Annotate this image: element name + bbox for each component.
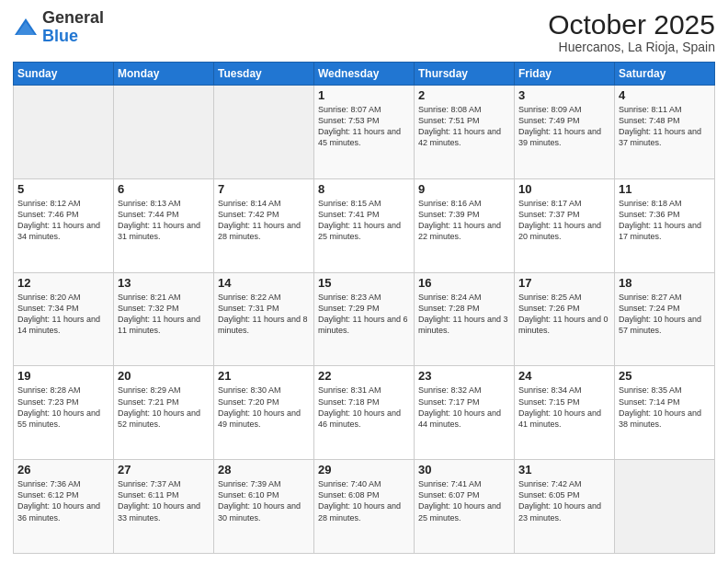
- calendar-cell: 12Sunrise: 8:20 AM Sunset: 7:34 PM Dayli…: [14, 272, 114, 366]
- title-block: October 2025 Huercanos, La Rioja, Spain: [548, 9, 715, 54]
- day-number: 18: [619, 276, 711, 290]
- day-number: 12: [17, 276, 109, 290]
- logo: General Blue: [13, 9, 104, 46]
- col-wednesday: Wednesday: [314, 63, 415, 86]
- day-info: Sunrise: 8:30 AM Sunset: 7:20 PM Dayligh…: [218, 385, 310, 430]
- day-number: 31: [518, 463, 610, 477]
- day-info: Sunrise: 8:11 AM Sunset: 7:48 PM Dayligh…: [619, 104, 711, 149]
- day-number: 19: [17, 369, 109, 383]
- day-info: Sunrise: 8:28 AM Sunset: 7:23 PM Dayligh…: [17, 385, 109, 430]
- calendar-cell: 2Sunrise: 8:08 AM Sunset: 7:51 PM Daylig…: [415, 86, 515, 179]
- day-info: Sunrise: 7:39 AM Sunset: 6:10 PM Dayligh…: [218, 478, 310, 523]
- day-info: Sunrise: 8:23 AM Sunset: 7:29 PM Dayligh…: [318, 292, 410, 337]
- calendar-cell: [214, 86, 314, 179]
- col-tuesday: Tuesday: [214, 63, 314, 86]
- calendar-cell: 7Sunrise: 8:14 AM Sunset: 7:42 PM Daylig…: [214, 178, 314, 272]
- calendar-cell: 5Sunrise: 8:12 AM Sunset: 7:46 PM Daylig…: [14, 178, 114, 272]
- calendar-cell: [615, 460, 715, 554]
- day-number: 11: [619, 182, 711, 196]
- logo-general: General: [42, 9, 104, 28]
- day-info: Sunrise: 8:21 AM Sunset: 7:32 PM Dayligh…: [118, 292, 210, 337]
- day-info: Sunrise: 8:17 AM Sunset: 7:37 PM Dayligh…: [518, 198, 610, 243]
- calendar-cell: 18Sunrise: 8:27 AM Sunset: 7:24 PM Dayli…: [615, 272, 715, 366]
- day-info: Sunrise: 8:34 AM Sunset: 7:15 PM Dayligh…: [518, 385, 610, 430]
- day-info: Sunrise: 8:16 AM Sunset: 7:39 PM Dayligh…: [418, 198, 510, 243]
- day-info: Sunrise: 8:12 AM Sunset: 7:46 PM Dayligh…: [17, 198, 109, 243]
- calendar-cell: 19Sunrise: 8:28 AM Sunset: 7:23 PM Dayli…: [14, 366, 114, 460]
- day-number: 25: [619, 369, 711, 383]
- day-info: Sunrise: 8:25 AM Sunset: 7:26 PM Dayligh…: [518, 292, 610, 337]
- logo-blue: Blue: [42, 28, 104, 46]
- calendar-cell: 1Sunrise: 8:07 AM Sunset: 7:53 PM Daylig…: [314, 86, 415, 179]
- day-number: 27: [118, 463, 210, 477]
- day-number: 17: [518, 276, 610, 290]
- day-info: Sunrise: 8:35 AM Sunset: 7:14 PM Dayligh…: [619, 385, 711, 430]
- day-number: 24: [518, 369, 610, 383]
- day-info: Sunrise: 8:09 AM Sunset: 7:49 PM Dayligh…: [518, 104, 610, 149]
- day-number: 20: [118, 369, 210, 383]
- day-info: Sunrise: 8:20 AM Sunset: 7:34 PM Dayligh…: [17, 292, 109, 337]
- day-info: Sunrise: 8:24 AM Sunset: 7:28 PM Dayligh…: [418, 292, 510, 337]
- day-number: 14: [218, 276, 310, 290]
- day-number: 13: [118, 276, 210, 290]
- calendar-cell: 6Sunrise: 8:13 AM Sunset: 7:44 PM Daylig…: [114, 178, 214, 272]
- calendar-cell: 23Sunrise: 8:32 AM Sunset: 7:17 PM Dayli…: [415, 366, 515, 460]
- header: General Blue October 2025 Huercanos, La …: [13, 9, 715, 54]
- calendar-cell: 8Sunrise: 8:15 AM Sunset: 7:41 PM Daylig…: [314, 178, 415, 272]
- week-row-1: 5Sunrise: 8:12 AM Sunset: 7:46 PM Daylig…: [14, 178, 715, 272]
- day-number: 22: [318, 369, 410, 383]
- day-number: 2: [418, 88, 510, 102]
- calendar-title: October 2025: [548, 9, 715, 40]
- week-row-4: 26Sunrise: 7:36 AM Sunset: 6:12 PM Dayli…: [14, 460, 715, 554]
- calendar-cell: 22Sunrise: 8:31 AM Sunset: 7:18 PM Dayli…: [314, 366, 415, 460]
- col-thursday: Thursday: [415, 63, 515, 86]
- day-number: 30: [418, 463, 510, 477]
- header-row: Sunday Monday Tuesday Wednesday Thursday…: [14, 63, 715, 86]
- day-number: 21: [218, 369, 310, 383]
- day-number: 7: [218, 182, 310, 196]
- day-number: 16: [418, 276, 510, 290]
- day-info: Sunrise: 8:32 AM Sunset: 7:17 PM Dayligh…: [418, 385, 510, 430]
- day-info: Sunrise: 8:29 AM Sunset: 7:21 PM Dayligh…: [118, 385, 210, 430]
- calendar-cell: 25Sunrise: 8:35 AM Sunset: 7:14 PM Dayli…: [615, 366, 715, 460]
- calendar-cell: 21Sunrise: 8:30 AM Sunset: 7:20 PM Dayli…: [214, 366, 314, 460]
- calendar-cell: 31Sunrise: 7:42 AM Sunset: 6:05 PM Dayli…: [515, 460, 615, 554]
- day-info: Sunrise: 8:14 AM Sunset: 7:42 PM Dayligh…: [218, 198, 310, 243]
- calendar-subtitle: Huercanos, La Rioja, Spain: [548, 40, 715, 54]
- calendar-cell: [114, 86, 214, 179]
- week-row-3: 19Sunrise: 8:28 AM Sunset: 7:23 PM Dayli…: [14, 366, 715, 460]
- day-number: 6: [118, 182, 210, 196]
- day-info: Sunrise: 7:37 AM Sunset: 6:11 PM Dayligh…: [118, 478, 210, 523]
- calendar-cell: 15Sunrise: 8:23 AM Sunset: 7:29 PM Dayli…: [314, 272, 415, 366]
- day-number: 15: [318, 276, 410, 290]
- day-number: 26: [17, 463, 109, 477]
- day-number: 29: [318, 463, 410, 477]
- col-friday: Friday: [515, 63, 615, 86]
- col-monday: Monday: [114, 63, 214, 86]
- day-info: Sunrise: 8:18 AM Sunset: 7:36 PM Dayligh…: [619, 198, 711, 243]
- day-info: Sunrise: 7:42 AM Sunset: 6:05 PM Dayligh…: [518, 478, 610, 523]
- calendar-cell: 14Sunrise: 8:22 AM Sunset: 7:31 PM Dayli…: [214, 272, 314, 366]
- calendar-cell: 9Sunrise: 8:16 AM Sunset: 7:39 PM Daylig…: [415, 178, 515, 272]
- calendar-header: Sunday Monday Tuesday Wednesday Thursday…: [14, 63, 715, 86]
- calendar-cell: 29Sunrise: 7:40 AM Sunset: 6:08 PM Dayli…: [314, 460, 415, 554]
- calendar-cell: 10Sunrise: 8:17 AM Sunset: 7:37 PM Dayli…: [515, 178, 615, 272]
- week-row-2: 12Sunrise: 8:20 AM Sunset: 7:34 PM Dayli…: [14, 272, 715, 366]
- calendar-body: 1Sunrise: 8:07 AM Sunset: 7:53 PM Daylig…: [14, 86, 715, 554]
- day-info: Sunrise: 8:13 AM Sunset: 7:44 PM Dayligh…: [118, 198, 210, 243]
- calendar-cell: 16Sunrise: 8:24 AM Sunset: 7:28 PM Dayli…: [415, 272, 515, 366]
- day-info: Sunrise: 7:40 AM Sunset: 6:08 PM Dayligh…: [318, 478, 410, 523]
- day-info: Sunrise: 8:31 AM Sunset: 7:18 PM Dayligh…: [318, 385, 410, 430]
- day-info: Sunrise: 8:27 AM Sunset: 7:24 PM Dayligh…: [619, 292, 711, 337]
- calendar-cell: 28Sunrise: 7:39 AM Sunset: 6:10 PM Dayli…: [214, 460, 314, 554]
- day-info: Sunrise: 8:07 AM Sunset: 7:53 PM Dayligh…: [318, 104, 410, 149]
- calendar-cell: 11Sunrise: 8:18 AM Sunset: 7:36 PM Dayli…: [615, 178, 715, 272]
- day-number: 4: [619, 88, 711, 102]
- col-saturday: Saturday: [615, 63, 715, 86]
- day-info: Sunrise: 8:22 AM Sunset: 7:31 PM Dayligh…: [218, 292, 310, 337]
- day-number: 3: [518, 88, 610, 102]
- page: General Blue October 2025 Huercanos, La …: [0, 0, 728, 563]
- logo-icon: [13, 15, 39, 40]
- calendar-cell: 26Sunrise: 7:36 AM Sunset: 6:12 PM Dayli…: [14, 460, 114, 554]
- calendar-cell: 30Sunrise: 7:41 AM Sunset: 6:07 PM Dayli…: [415, 460, 515, 554]
